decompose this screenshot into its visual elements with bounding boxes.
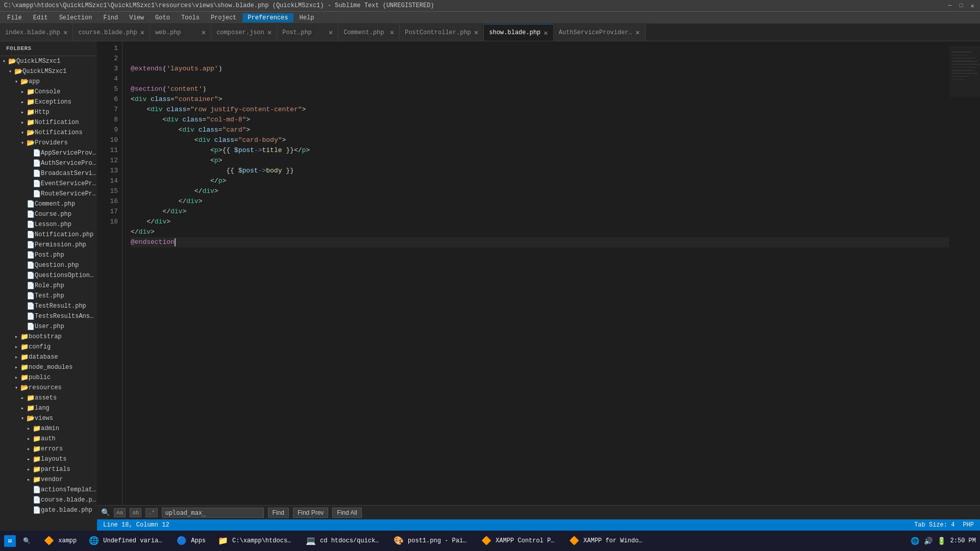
menu-item-help[interactable]: Help [295, 13, 320, 22]
tab-close-icon[interactable]: ✕ [635, 28, 640, 37]
code-line-13[interactable]: </div> [131, 186, 949, 196]
tab-close-icon[interactable]: ✕ [140, 28, 144, 37]
menu-item-project[interactable]: Project [206, 13, 241, 22]
code-line-11[interactable]: {{ $post->body }} [131, 166, 949, 176]
tree-item-44[interactable]: 📄gate.blade.php [0, 505, 97, 515]
tab-course-blade-php[interactable]: course.blade.php✕ [73, 24, 150, 41]
tab-Comment-php[interactable]: Comment.php✕ [338, 24, 400, 41]
tree-item-40[interactable]: ▸📁partials [0, 464, 97, 474]
tree-item-21[interactable]: 📄QuestionsOption.php [0, 270, 97, 281]
tree-item-31[interactable]: ▸📁public [0, 372, 97, 383]
find-all-button[interactable]: Find All [332, 508, 361, 518]
menu-item-goto[interactable]: Goto [150, 13, 175, 22]
tree-item-38[interactable]: ▸📁errors [0, 444, 97, 454]
tree-item-35[interactable]: ▾📂views [0, 413, 97, 423]
word-match-icon[interactable]: ab [130, 508, 141, 517]
tree-item-12[interactable]: 📄EventServiceProvider.php [0, 179, 97, 189]
tree-item-29[interactable]: ▸📁database [0, 352, 97, 362]
tray-sound-icon[interactable]: 🔊 [924, 536, 933, 545]
code-line-6[interactable]: <div class="col-md-8"> [131, 115, 949, 125]
tree-item-2[interactable]: ▾📂app [0, 77, 97, 87]
tree-item-3[interactable]: ▸📁Console [0, 87, 97, 97]
tab-show-blade-php[interactable]: show.blade.php✕ [484, 24, 553, 41]
search-input[interactable] [162, 508, 264, 518]
tree-item-30[interactable]: ▸📁node_modules [0, 362, 97, 372]
taskbar-search[interactable]: 🔍 [18, 536, 36, 546]
code-line-18[interactable]: @endsection [131, 237, 949, 247]
tab-PostController-php[interactable]: PostController.php✕ [400, 24, 484, 41]
menu-item-edit[interactable]: Edit [28, 13, 53, 22]
tab-close-icon[interactable]: ✕ [202, 28, 206, 37]
tab-close-icon[interactable]: ✕ [390, 28, 394, 37]
code-line-14[interactable]: </div> [131, 196, 949, 207]
code-line-3[interactable]: @section('content') [131, 84, 949, 94]
code-line-17[interactable]: </div> [131, 227, 949, 237]
tray-battery-icon[interactable]: 🔋 [937, 536, 946, 545]
tree-item-42[interactable]: 📄actionsTemplate.blade.ph... [0, 485, 97, 495]
menu-item-view[interactable]: View [124, 13, 149, 22]
tree-item-19[interactable]: 📄Post.php [0, 250, 97, 260]
code-line-15[interactable]: </div> [131, 207, 949, 217]
minimize-button[interactable]: ─ [946, 2, 953, 9]
tab-close-icon[interactable]: ✕ [474, 28, 478, 37]
menu-item-file[interactable]: File [2, 13, 27, 22]
taskbar-app-3[interactable]: 📁C:\xampp\htdocs\... [212, 534, 299, 548]
tab-close-icon[interactable]: ✕ [544, 29, 548, 37]
code-line-7[interactable]: <div class="card"> [131, 125, 949, 135]
code-line-4[interactable]: <div class="container"> [131, 94, 949, 105]
tree-item-36[interactable]: ▸📁admin [0, 423, 97, 434]
tree-item-7[interactable]: ▾📂Notifications [0, 128, 97, 138]
menu-item-selection[interactable]: Selection [54, 13, 97, 22]
tab-index-blade-php[interactable]: index.blade.php✕ [0, 24, 73, 41]
menu-item-tools[interactable]: Tools [176, 13, 205, 22]
tree-item-14[interactable]: 📄Comment.php [0, 199, 97, 209]
menu-item-preferences[interactable]: Preferences [242, 13, 293, 22]
tree-item-13[interactable]: 📄RouteServiceProvider.php [0, 189, 97, 199]
menu-item-find[interactable]: Find [98, 13, 123, 22]
tree-item-16[interactable]: 📄Lesson.php [0, 219, 97, 230]
tree-item-33[interactable]: ▸📁assets [0, 393, 97, 403]
tree-item-17[interactable]: 📄Notification.php [0, 230, 97, 240]
tree-item-15[interactable]: 📄Course.php [0, 209, 97, 219]
tree-item-9[interactable]: 📄AppServiceProvider.php [0, 148, 97, 158]
find-button[interactable]: Find [268, 508, 289, 518]
tree-item-5[interactable]: ▸📁Http [0, 107, 97, 117]
taskbar-app-2[interactable]: 🔵Apps [170, 534, 211, 548]
tree-item-27[interactable]: ▸📁bootstrap [0, 332, 97, 342]
taskbar-app-7[interactable]: 🔶XAMPP for Windo... [563, 534, 650, 548]
code-line-12[interactable]: </p> [131, 176, 949, 186]
code-line-8[interactable]: <div class="card-body"> [131, 135, 949, 145]
tree-item-26[interactable]: 📄User.php [0, 321, 97, 332]
tree-item-24[interactable]: 📄TestResult.php [0, 301, 97, 311]
tab-close-icon[interactable]: ✕ [267, 28, 272, 37]
code-line-1[interactable]: @extends('layouts.app') [131, 64, 949, 74]
tree-item-43[interactable]: 📄course.blade.php [0, 495, 97, 505]
taskbar-app-0[interactable]: 🔶xampp [38, 534, 82, 548]
tab-close-icon[interactable]: ✕ [63, 28, 67, 37]
tree-item-0[interactable]: ▾📂QuickLMSzxc1 [0, 56, 97, 66]
code-line-2[interactable] [131, 74, 949, 84]
code-line-16[interactable]: </div> [131, 217, 949, 227]
taskbar-app-6[interactable]: 🔶XAMPP Control Pa... [475, 534, 562, 548]
tree-item-6[interactable]: ▸📁Notification [0, 117, 97, 128]
code-view[interactable]: @extends('layouts.app') @section('conten… [122, 41, 949, 505]
tab-AuthServiceProvider-php[interactable]: AuthServiceProvider.php✕ [554, 24, 646, 41]
tree-item-18[interactable]: 📄Permission.php [0, 240, 97, 250]
tree-item-32[interactable]: ▾📂resources [0, 383, 97, 393]
code-line-10[interactable]: <p> [131, 156, 949, 166]
find-prev-button[interactable]: Find Prev [293, 508, 328, 518]
tree-item-28[interactable]: ▸📁config [0, 342, 97, 352]
tree-item-11[interactable]: 📄BroadcastServiceProvide... [0, 168, 97, 179]
tree-item-10[interactable]: 📄AuthServiceProvider.php [0, 158, 97, 168]
tree-item-4[interactable]: ▸📁Exceptions [0, 97, 97, 107]
tab-web-php[interactable]: web.php✕ [150, 24, 211, 41]
tree-item-1[interactable]: ▾📂QuickLMSzxc1 [0, 66, 97, 77]
tree-item-8[interactable]: ▾📂Providers [0, 138, 97, 148]
tree-item-25[interactable]: 📄TestsResultsAnswer.php [0, 311, 97, 321]
close-button[interactable]: ✕ [969, 2, 976, 9]
start-button[interactable]: ⊞ [4, 535, 16, 547]
taskbar-app-4[interactable]: 💻cd htdocs/quicklm... [300, 534, 386, 548]
taskbar-app-5[interactable]: 🎨post1.png - Paint [387, 534, 474, 548]
tray-network-icon[interactable]: 🌐 [911, 536, 920, 545]
taskbar-app-1[interactable]: 🌐Undefined variable... [83, 534, 169, 548]
